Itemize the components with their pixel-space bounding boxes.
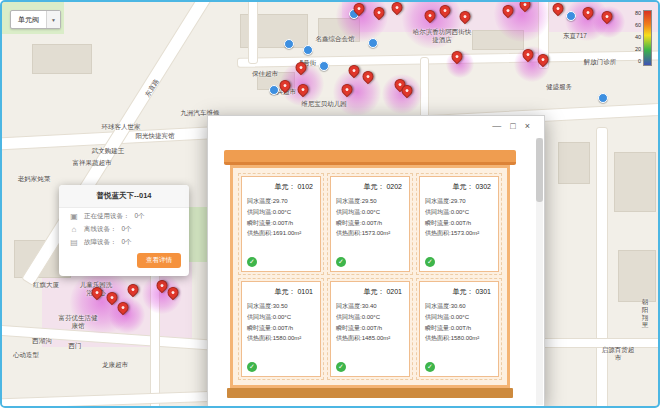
home-icon: ⌂ bbox=[69, 226, 79, 234]
unit-id: 单元： 0301 bbox=[425, 286, 493, 301]
unit-metric: 供热面积:1485.00m² bbox=[336, 333, 404, 344]
tooltip-stat-row: ▣正在使用设备：0个 bbox=[59, 208, 189, 221]
unit-metric: 供热面积:1580.00m² bbox=[247, 333, 315, 344]
map-poi-label: 东直717 bbox=[563, 32, 587, 40]
map-poi-label: 红旗大厦 bbox=[33, 281, 59, 289]
unit-metric: 瞬时流量:0.00T/h bbox=[247, 218, 315, 229]
maximize-button[interactable]: □ bbox=[510, 122, 515, 131]
poi-marker-icon bbox=[269, 85, 279, 95]
unit-metric: 回水温度:30.50 bbox=[247, 301, 315, 312]
unit-detail-modal: —□× 单元： 0102回水温度:29.70供回均温:0.00°C瞬时流量:0.… bbox=[207, 115, 545, 407]
poi-marker-icon bbox=[319, 61, 329, 71]
unit-id: 单元： 0202 bbox=[336, 181, 404, 196]
unit-metric: 供回均温:0.00°C bbox=[425, 207, 493, 218]
unit-metric: 供回均温:0.00°C bbox=[336, 207, 404, 218]
status-ok-icon: ✓ bbox=[425, 362, 435, 372]
legend-tick-label: 40 bbox=[635, 34, 641, 40]
heat-legend: 806040200 bbox=[635, 10, 652, 66]
unit-card[interactable]: 单元： 0101回水温度:30.50供回均温:0.00°C瞬时流量:0.00T/… bbox=[241, 281, 321, 377]
view-details-button[interactable]: 查看详情 bbox=[137, 253, 181, 268]
poi-marker-icon bbox=[566, 11, 576, 21]
unit-metric: 供回均温:0.00°C bbox=[336, 312, 404, 323]
unit-metric: 供热面积:1573.00m² bbox=[336, 228, 404, 239]
legend-tick-label: 60 bbox=[635, 22, 641, 28]
unit-metric: 供回均温:0.00°C bbox=[247, 207, 315, 218]
unit-metric: 回水温度:30.60 bbox=[425, 301, 493, 312]
close-button[interactable]: × bbox=[525, 122, 530, 131]
tooltip-stat-label: 离线设备： bbox=[84, 225, 117, 234]
station-tooltip: 普悦蓝天下--014 ▣正在使用设备：0个⌂离线设备：0个▤故障设备：0个 查看… bbox=[59, 185, 189, 276]
map-poi-label: 朝阳翔里 bbox=[639, 298, 651, 329]
map-poi-label: 西湖沟 bbox=[32, 337, 52, 345]
legend-tick-label: 0 bbox=[635, 58, 641, 64]
unit-metric: 供热面积:1573.00m² bbox=[425, 228, 493, 239]
device-icon: ▣ bbox=[69, 213, 79, 221]
unit-metric: 瞬时流量:0.00T/h bbox=[425, 323, 493, 334]
unit-metric: 回水温度:30.40 bbox=[336, 301, 404, 312]
building-block bbox=[32, 44, 92, 74]
map-poi-label: 富芬优生活健康馆 bbox=[57, 314, 99, 330]
map-poi-label: 哈尔滨香坊阿西街快捷酒店 bbox=[411, 28, 473, 44]
poi-marker-icon bbox=[284, 39, 294, 49]
unit-card[interactable]: 单元： 0302回水温度:29.70供回均温:0.00°C瞬时流量:0.00T/… bbox=[419, 176, 499, 272]
tooltip-stat-row: ▤故障设备：0个 bbox=[59, 234, 189, 247]
unit-metric: 回水温度:29.50 bbox=[336, 196, 404, 207]
building-block bbox=[618, 250, 656, 302]
map-poi-label: 武文购建王 bbox=[92, 147, 125, 155]
map-poi-label: 老妈家炖菜 bbox=[18, 175, 51, 183]
map-poi-label: 保佳超市 bbox=[252, 70, 278, 78]
unit-card[interactable]: 单元： 0201回水温度:30.40供回均温:0.00°C瞬时流量:0.00T/… bbox=[330, 281, 410, 377]
app-window: 名鑫综合会馆哈尔滨香坊阿西街快捷酒店东直717解放门诊所健盛服务保佳超市亿兴超市… bbox=[0, 0, 660, 408]
unit-metric: 回水温度:29.70 bbox=[425, 196, 493, 207]
unit-metric: 供热面积:1691.00m² bbox=[247, 228, 315, 239]
map-poi-label: 环球客人世家 bbox=[102, 123, 141, 131]
legend-tick-label: 80 bbox=[635, 10, 641, 16]
unit-metric: 供热面积:1580.00m² bbox=[425, 333, 493, 344]
status-ok-icon: ✓ bbox=[336, 362, 346, 372]
modal-scrollbar[interactable] bbox=[536, 138, 543, 405]
minimize-button[interactable]: — bbox=[492, 122, 501, 131]
map-poi-label: 富祥果蔬超市 bbox=[73, 159, 112, 167]
legend-tick-label: 20 bbox=[635, 46, 641, 52]
map-poi-label: 心动造型 bbox=[13, 351, 39, 359]
unit-card[interactable]: 单元： 0301回水温度:30.60供回均温:0.00°C瞬时流量:0.00T/… bbox=[419, 281, 499, 377]
unit-metric: 瞬时流量:0.00T/h bbox=[425, 218, 493, 229]
status-ok-icon: ✓ bbox=[247, 257, 257, 267]
road bbox=[596, 127, 608, 408]
unit-card[interactable]: 单元： 0202回水温度:29.50供回均温:0.00°C瞬时流量:0.00T/… bbox=[330, 176, 410, 272]
cabinet-base-bar bbox=[227, 388, 513, 398]
device-type-label: 单元阀 bbox=[11, 15, 46, 25]
modal-scrollbar-thumb[interactable] bbox=[536, 138, 543, 202]
station-title: 普悦蓝天下--014 bbox=[59, 185, 189, 208]
building-block bbox=[558, 142, 590, 184]
unit-metric: 供回均温:0.00°C bbox=[425, 312, 493, 323]
map-poi-label: 西门 bbox=[69, 342, 82, 350]
chevron-down-icon[interactable]: ▼ bbox=[46, 11, 60, 28]
legend-ticks: 806040200 bbox=[635, 10, 641, 64]
status-ok-icon: ✓ bbox=[336, 257, 346, 267]
modal-window-controls: —□× bbox=[492, 122, 530, 131]
unit-metric: 瞬时流量:0.00T/h bbox=[336, 323, 404, 334]
map-poi-label: 维尼宝贝幼儿园 bbox=[301, 100, 347, 108]
poi-marker-icon bbox=[368, 38, 378, 48]
road bbox=[248, 0, 258, 64]
status-ok-icon: ✓ bbox=[425, 257, 435, 267]
unit-cabinet: 单元： 0102回水温度:29.70供回均温:0.00°C瞬时流量:0.00T/… bbox=[224, 150, 516, 398]
unit-grid: 单元： 0102回水温度:29.70供回均温:0.00°C瞬时流量:0.00T/… bbox=[230, 165, 510, 388]
map-poi-label: 龙康超市 bbox=[102, 361, 128, 369]
map-poi-label: 名鑫综合会馆 bbox=[316, 35, 355, 43]
tooltip-stat-label: 正在使用设备： bbox=[84, 212, 130, 221]
poi-marker-icon bbox=[598, 93, 608, 103]
map-poi-label: 启源百货超市 bbox=[601, 346, 635, 362]
status-ok-icon: ✓ bbox=[247, 362, 257, 372]
map-poi-label: 健盛服务 bbox=[546, 83, 572, 91]
device-type-select[interactable]: 单元阀 ▼ bbox=[10, 10, 61, 29]
unit-metric: 回水温度:29.70 bbox=[247, 196, 315, 207]
legend-gradient-bar bbox=[643, 10, 652, 66]
unit-metric: 供回均温:0.00°C bbox=[247, 312, 315, 323]
unit-id: 单元： 0101 bbox=[247, 286, 315, 301]
map-poi-label: 解放门诊所 bbox=[584, 58, 617, 66]
unit-id: 单元： 0201 bbox=[336, 286, 404, 301]
tooltip-stat-value: 0个 bbox=[135, 212, 145, 221]
unit-card[interactable]: 单元： 0102回水温度:29.70供回均温:0.00°C瞬时流量:0.00T/… bbox=[241, 176, 321, 272]
